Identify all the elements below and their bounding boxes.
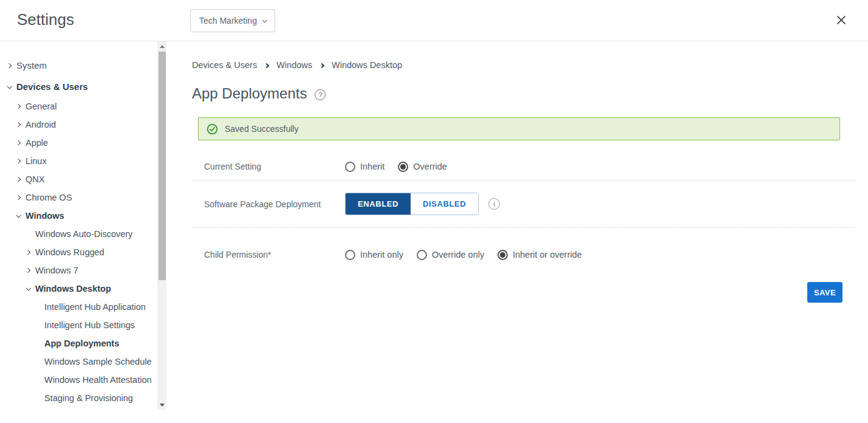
chevron-down-icon[interactable] [26, 286, 30, 291]
radio-option-label: Inherit only [360, 250, 403, 260]
chevron-right-icon[interactable] [26, 250, 30, 255]
radio-unselected-icon[interactable] [345, 162, 355, 172]
sidebar-item-label: Staging & Provisioning [44, 393, 133, 403]
sidebar-item-label: Windows Health Attestation [44, 375, 152, 385]
sidebar-item-label: Chrome OS [26, 193, 72, 202]
sidebar-item-label: Windows Rugged [35, 247, 104, 257]
organization-group-dropdown[interactable]: Tech Marketing [190, 9, 275, 32]
info-icon[interactable]: i [488, 198, 500, 210]
sidebar-item-windows-health-attestation[interactable]: Windows Health Attestation [0, 371, 168, 389]
chevron-right-icon[interactable] [26, 268, 30, 273]
child-permission-label: Child Permission* [204, 250, 345, 260]
chevron-right-icon [320, 63, 324, 67]
radio-option-inherit[interactable]: Inherit [345, 162, 384, 172]
save-button[interactable]: SAVE [807, 282, 842, 303]
software-package-deployment-toggle: ENABLED DISABLED [345, 193, 479, 215]
chevron-right-icon[interactable] [16, 122, 21, 127]
success-banner: Saved Successfully [198, 117, 840, 140]
radio-selected-icon[interactable] [398, 162, 408, 172]
disabled-toggle-button[interactable]: DISABLED [411, 193, 478, 215]
help-icon[interactable]: ? [315, 89, 326, 100]
settings-nav-sidebar: SystemDevices & UsersGeneralAndroidApple… [0, 41, 168, 423]
radio-option-inherit-or-override[interactable]: Inherit or override [497, 250, 582, 260]
sidebar-item-staging-provisioning[interactable]: Staging & Provisioning [0, 389, 168, 407]
page-header-title: Settings [17, 10, 74, 29]
arrow-up-icon [160, 45, 165, 48]
sidebar-item-qnx[interactable]: QNX [0, 170, 168, 188]
radio-unselected-icon[interactable] [417, 250, 427, 260]
header: Settings Tech Marketing [0, 0, 868, 41]
sidebar-item-windows[interactable]: Windows [0, 207, 168, 225]
sidebar-item-label: Linux [26, 156, 47, 166]
sidebar-item-label: Windows 7 [35, 266, 78, 275]
scrollbar-down-button[interactable] [157, 400, 166, 410]
chevron-down-icon[interactable] [7, 84, 12, 89]
sidebar-item-general[interactable]: General [0, 97, 168, 115]
sidebar-item-chrome-os[interactable]: Chrome OS [0, 188, 168, 207]
chevron-right-icon[interactable] [16, 140, 21, 145]
scrollbar-thumb[interactable] [159, 52, 166, 280]
sidebar-item-label: Devices & Users [16, 81, 88, 92]
chevron-right-icon [264, 63, 269, 67]
radio-unselected-icon[interactable] [345, 250, 355, 260]
breadcrumb-item-devices-users[interactable]: Devices & Users [192, 60, 257, 70]
main-content: Devices & UsersWindowsWindows Desktop Ap… [168, 41, 868, 423]
sidebar-item-windows-auto-discovery[interactable]: Windows Auto-Discovery [0, 225, 168, 243]
sidebar-item-intelligent-hub-application[interactable]: Intelligent Hub Application [0, 298, 168, 316]
radio-option-override-only[interactable]: Override only [417, 250, 484, 260]
radio-option-label: Override only [432, 250, 484, 260]
sidebar-item-label: Intelligent Hub Settings [44, 320, 135, 330]
sidebar-item-linux[interactable]: Linux [0, 152, 168, 170]
sidebar-item-windows-rugged[interactable]: Windows Rugged [0, 243, 168, 261]
sidebar-item-label: Windows Desktop [35, 284, 111, 294]
check-circle-icon [207, 123, 218, 135]
row-divider [192, 227, 855, 228]
sidebar-item-windows-sample-schedule[interactable]: Windows Sample Schedule [0, 352, 168, 371]
radio-selected-icon[interactable] [497, 250, 508, 260]
sidebar-item-windows-desktop[interactable]: Windows Desktop [0, 280, 168, 298]
breadcrumb-item-windows[interactable]: Windows [276, 60, 312, 70]
radio-option-label: Inherit [360, 162, 384, 171]
sidebar-item-label: Android [26, 120, 56, 129]
child-permission-row: Child Permission* Inherit onlyOverride o… [204, 241, 868, 268]
sidebar-item-label: General [26, 101, 57, 111]
success-banner-message: Saved Successfully [225, 124, 298, 134]
chevron-down-icon[interactable] [16, 213, 21, 218]
sidebar-item-windows-7[interactable]: Windows 7 [0, 261, 168, 280]
sidebar-item-label: Apple [26, 138, 48, 148]
chevron-right-icon[interactable] [16, 104, 21, 109]
chevron-down-icon [262, 18, 267, 22]
sidebar-scrollbar[interactable] [157, 41, 166, 410]
close-button[interactable] [835, 15, 847, 27]
close-icon [836, 15, 847, 26]
chevron-right-icon[interactable] [16, 177, 21, 182]
current-setting-row: Current Setting InheritOverride [204, 153, 868, 180]
breadcrumb-item-windows-desktop[interactable]: Windows Desktop [332, 60, 402, 70]
sidebar-item-apple[interactable]: Apple [0, 134, 168, 152]
breadcrumb: Devices & UsersWindowsWindows Desktop [192, 60, 868, 70]
sidebar-item-system[interactable]: System [0, 55, 168, 76]
sidebar-item-label: Windows [26, 211, 64, 221]
chevron-right-icon[interactable] [7, 63, 12, 67]
scrollbar-up-button[interactable] [157, 41, 166, 51]
sidebar-item-label: System [16, 60, 47, 70]
radio-option-label: Inherit or override [513, 250, 582, 260]
sidebar-item-label: Windows Auto-Discovery [35, 229, 132, 239]
radio-option-override[interactable]: Override [398, 162, 447, 172]
sidebar-item-app-deployments[interactable]: App Deployments [0, 334, 168, 352]
chevron-right-icon[interactable] [16, 195, 21, 200]
child-permission-radio-group: Inherit onlyOverride onlyInherit or over… [345, 250, 582, 260]
radio-option-label: Override [413, 162, 447, 171]
sidebar-item-label: App Deployments [44, 339, 119, 348]
save-row: SAVE [192, 282, 868, 303]
sidebar-item-label: QNX [26, 174, 44, 184]
chevron-right-icon[interactable] [16, 159, 21, 163]
software-package-deployment-row: Software Package Deployment ENABLED DISA… [204, 181, 868, 227]
radio-option-inherit-only[interactable]: Inherit only [345, 250, 403, 260]
software-package-deployment-label: Software Package Deployment [204, 199, 345, 209]
enabled-toggle-button[interactable]: ENABLED [346, 193, 411, 215]
sidebar-item-intelligent-hub-settings[interactable]: Intelligent Hub Settings [0, 316, 168, 334]
sidebar-item-android[interactable]: Android [0, 115, 168, 134]
page-title: App Deployments [192, 85, 307, 102]
sidebar-item-devices-users[interactable]: Devices & Users [0, 76, 168, 97]
